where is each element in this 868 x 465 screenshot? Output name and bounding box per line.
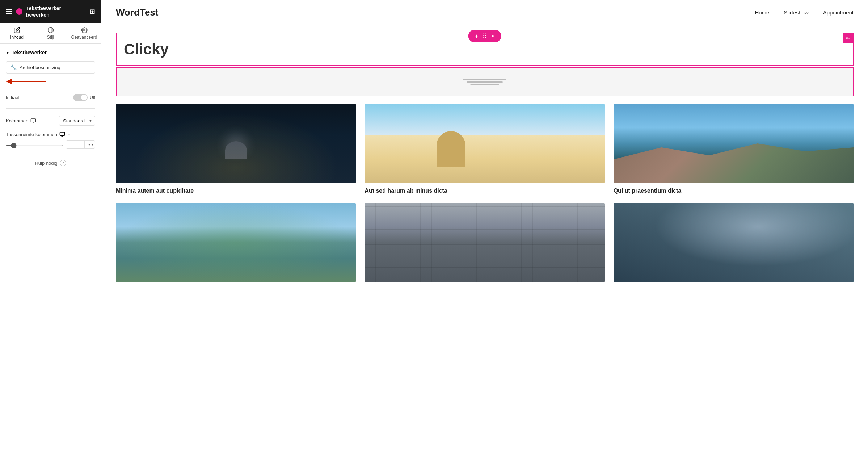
sidebar-header-left: Tekstbewerker bewerken [6,5,61,18]
post-item[interactable] [116,203,356,287]
kolommen-select[interactable]: Standaard 2 3 4 [59,116,95,126]
svg-marker-10 [68,134,70,135]
hulp-text: Hulp nodig [35,160,57,166]
slider-container [6,141,63,148]
toggle-switch[interactable] [73,94,88,101]
post-image-building [365,203,604,282]
floating-toolbar: + ⠿ × [468,30,501,42]
kolommen-select-wrapper: Standaard 2 3 4 ▼ [59,116,95,126]
toolbar-move-btn[interactable]: ⠿ [481,32,488,40]
content-area: + ⠿ × Clicky ✏ [101,25,868,465]
sidebar-tabs: Inhoud Stijl Geavanceerd [0,23,101,44]
post-image-aerial [116,203,356,282]
dropdown-small-icon [67,133,71,136]
grid-icon[interactable]: ⊞ [90,8,95,16]
red-arrow-annotation [6,76,95,87]
tussenruimte-section: Tussenruimte kolommen px [6,131,95,149]
post-item[interactable]: Aut sed harum ab minus dicta [365,104,604,194]
page-content: Clicky ✏ Minima autem aut cupiditate [101,25,868,301]
site-title: WordTest [116,7,158,18]
kolommen-row: Kolommen Standaard 2 3 4 ▼ [6,116,95,126]
archief-label: Archief beschrijving [20,65,60,70]
desc-line-1 [463,79,506,80]
post-item[interactable] [365,203,604,287]
post-image-cave [614,203,854,282]
toolbar-add-btn[interactable]: + [473,32,480,40]
section-title: Tekstbewerker [12,50,47,55]
px-input-group: px ▾ [66,140,95,149]
tab-inhoud[interactable]: Inhoud [0,23,34,43]
tab-geavanceerd[interactable]: Geavanceerd [67,23,101,43]
edit-pencil-icon[interactable]: ✏ [843,33,853,43]
sidebar-header: Tekstbewerker bewerken ⊞ [0,0,101,23]
slider-row: px ▾ [6,140,95,149]
sidebar-title: Tekstbewerker bewerken [26,5,61,18]
sidebar: Tekstbewerker bewerken ⊞ Inhoud Stijl [0,0,101,465]
tab-stijl[interactable]: Stijl [34,23,67,43]
hamburger-icon[interactable] [6,9,12,14]
nav-link-appointment[interactable]: Appointment [823,9,854,16]
post-item[interactable]: Qui ut praesentium dicta [614,104,854,194]
desc-line-2 [467,81,503,83]
initiaal-row: Initiaal Uit [6,94,95,101]
tussenruimte-label: Tussenruimte kolommen [6,132,57,137]
top-nav: WordTest Home Slideshow Appointment [101,0,868,25]
half-circle-icon [47,27,54,33]
post-item[interactable]: Minima autem aut cupiditate [116,104,356,194]
initiaal-label: Initiaal [6,95,20,100]
post-title-2: Aut sed harum ab minus dicta [365,188,604,194]
pencil-icon [14,27,20,33]
post-image-cliffs [614,104,854,183]
hulp-row: Hulp nodig ? [6,160,95,166]
svg-point-1 [83,29,85,31]
monitor-small-icon [59,131,65,137]
section-header[interactable]: ▼ Tekstbewerker [6,50,95,55]
post-image-london [116,104,356,183]
description-section[interactable] [116,67,854,96]
sidebar-logo [16,8,22,15]
nav-links: Home Slideshow Appointment [755,9,854,16]
toolbar-close-btn[interactable]: × [490,32,496,40]
post-title-1: Minima autem aut cupiditate [116,188,356,194]
red-arrow-svg [6,76,49,87]
description-lines [463,79,506,85]
post-item[interactable] [614,203,854,287]
kolommen-label: Kolommen [6,118,36,124]
wrench-icon: 🔧 [10,64,17,70]
toggle-text: Uit [90,95,95,100]
svg-rect-4 [31,119,35,122]
post-image-greek [365,104,604,183]
tussenruimte-label-row: Tussenruimte kolommen [6,131,95,137]
main-area: WordTest Home Slideshow Appointment + ⠿ … [101,0,868,465]
svg-rect-7 [60,132,64,135]
nav-link-home[interactable]: Home [755,9,769,16]
desc-line-3 [470,84,499,85]
svg-marker-3 [6,79,12,84]
px-unit[interactable]: px ▾ [84,141,95,148]
post-title-3: Qui ut praesentium dicta [614,188,854,194]
clicky-heading: Clicky [124,41,169,58]
posts-grid: Minima autem aut cupiditate Aut sed haru… [116,104,854,294]
collapse-arrow: ▼ [6,51,9,55]
nav-link-slideshow[interactable]: Slideshow [784,9,808,16]
px-input[interactable] [66,141,84,148]
px-dropdown-arrow: ▾ [91,142,93,147]
tussenruimte-slider[interactable] [6,145,63,146]
monitor-icon [30,118,36,124]
divider [6,108,95,109]
gear-icon [81,27,88,33]
initiaal-toggle: Uit [73,94,95,101]
archief-row[interactable]: 🔧 Archief beschrijving [6,61,95,74]
hulp-icon[interactable]: ? [60,160,66,166]
sidebar-content: ▼ Tekstbewerker 🔧 Archief beschrijving I… [0,44,101,465]
